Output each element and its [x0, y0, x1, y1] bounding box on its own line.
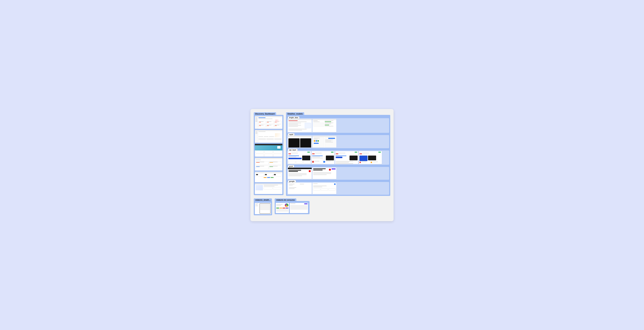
subsection-gr1d[interactable]: gr1d: [287, 167, 389, 180]
frame-thumbnail[interactable]: [288, 183, 312, 194]
frame-thumbnail[interactable]: [255, 144, 282, 157]
frame-thumbnail[interactable]: [255, 172, 282, 182]
frame-thumbnail[interactable]: [312, 119, 336, 132]
section-relatorio-detalh[interactable]: relatorio_detalh...: [254, 201, 272, 215]
frame-thumbnail[interactable]: [312, 168, 336, 179]
frame-thumbnail[interactable]: [288, 168, 312, 179]
section-label-detalhes: Detalhes_modelo: [286, 112, 304, 115]
frame-thumbnail[interactable]: [312, 136, 336, 148]
sub-label-rapid: rapid: [288, 133, 294, 136]
section-relatorio-consumo[interactable]: relatorio de consumo: [275, 201, 310, 214]
frame-thumbnail[interactable]: [255, 183, 282, 194]
frame-thumbnail[interactable]: [359, 151, 382, 164]
subsection-rapid[interactable]: rapid: [287, 135, 389, 148]
frame-thumbnail[interactable]: [288, 119, 312, 132]
subsection-google[interactable]: google: [287, 182, 389, 195]
section-label-relatorio-consumo: relatorio de consumo: [275, 198, 296, 201]
sub-label-google: google: [288, 180, 296, 183]
frame-thumbnail[interactable]: [255, 116, 282, 129]
design-canvas[interactable]: Discovery_Dashboard: [250, 109, 394, 221]
frame-thumbnail[interactable]: [255, 130, 282, 143]
section-discovery-dashboard[interactable]: Discovery_Dashboard: [254, 115, 284, 195]
frame-thumbnail[interactable]: [288, 151, 311, 164]
frame-thumbnail[interactable]: [335, 151, 358, 164]
frame-thumbnail[interactable]: [312, 183, 336, 194]
frame-thumbnail[interactable]: [288, 136, 312, 148]
section-detalhes-modelo[interactable]: Detalhes_modelo bright_data: [286, 115, 390, 196]
frame-thumbnail[interactable]: [312, 151, 334, 164]
frame-thumbnail[interactable]: [290, 203, 308, 213]
subsection-api-layer[interactable]: api_layer: [287, 151, 389, 165]
sub-label-gr1d: gr1d: [288, 165, 294, 168]
sub-label-bright-data: bright_data: [288, 116, 300, 119]
sub-label-api-layer: api_layer: [288, 149, 298, 151]
frame-thumbnail[interactable]: [276, 203, 289, 213]
section-label-relatorio-detalh: relatorio_detalh...: [254, 198, 272, 201]
subsection-bright-data[interactable]: bright_data: [287, 118, 389, 133]
frame-thumbnail[interactable]: [255, 203, 271, 214]
frame-thumbnail[interactable]: [255, 158, 282, 170]
section-label-discovery: Discovery_Dashboard: [254, 112, 276, 115]
